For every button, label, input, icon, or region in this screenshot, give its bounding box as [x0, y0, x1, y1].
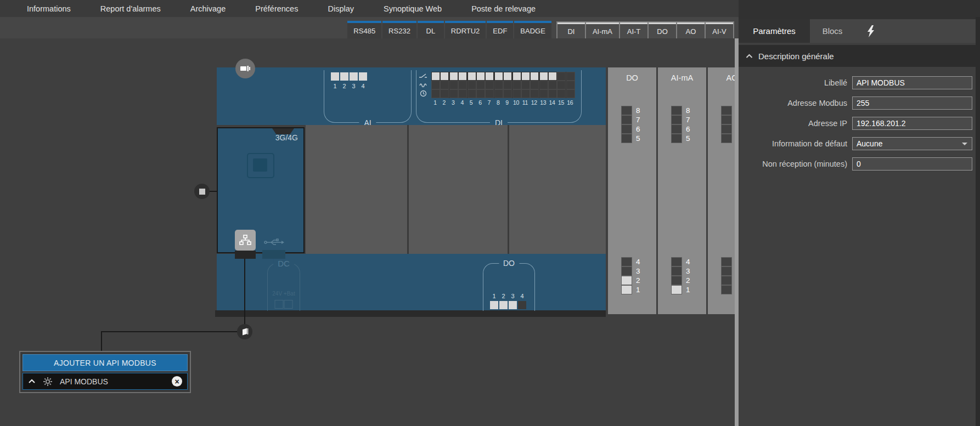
toolbar-button-dl[interactable]: DL — [418, 21, 444, 38]
tab-blocs[interactable]: Blocs — [810, 19, 855, 43]
field-label: Information de défaut — [772, 139, 847, 148]
toolbar-button-ai-v[interactable]: AI-V — [706, 22, 733, 38]
node-square-icon — [199, 189, 205, 195]
field-libelle: Libellé — [739, 76, 972, 89]
chevron-up-icon[interactable] — [746, 54, 753, 59]
connection-node-handle[interactable] — [194, 184, 210, 199]
field-label: Adresse IP — [808, 119, 847, 128]
information-defaut-select[interactable]: Aucune — [852, 137, 972, 150]
usb-port[interactable] — [264, 238, 285, 249]
menu-item-display[interactable]: Display — [313, 4, 369, 13]
libelle-input[interactable] — [852, 76, 972, 89]
device-canvas: 1234 AI 12345678910111213141516 DI — [0, 38, 735, 426]
toolbar-button-rs232[interactable]: RS232 — [382, 21, 416, 38]
ethernet-connector — [235, 251, 256, 259]
section-description-generale[interactable]: Description générale — [739, 45, 980, 67]
menu-item-preferences[interactable]: Préférences — [240, 4, 313, 13]
toolbar-button-rdrtu2[interactable]: RDRTU2 — [445, 21, 486, 38]
menu-item-poste-relevage[interactable]: Poste de relevage — [457, 4, 550, 13]
menu-item-informations[interactable]: Informations — [12, 4, 86, 13]
toolbar-button-do[interactable]: DO — [649, 22, 676, 38]
device-link-icon — [241, 328, 249, 336]
ethernet-icon — [239, 235, 251, 246]
chevron-up-icon[interactable] — [28, 379, 36, 384]
bus-button-group: RS485 RS232 DL RDRTU2 EDF BADGE — [347, 21, 551, 38]
usb-connector — [262, 250, 285, 259]
modbus-connection-node[interactable] — [237, 324, 252, 339]
selected-option: Aucune — [857, 139, 882, 148]
events-tab-button[interactable] — [855, 19, 887, 43]
toolbar-button-edf[interactable]: EDF — [487, 21, 513, 38]
menu-item-report-alarmes[interactable]: Report d'alarmes — [86, 4, 176, 13]
sim-card-icon — [247, 153, 274, 178]
right-scrollbar-track[interactable] — [976, 17, 980, 426]
modem-label: 3G/4G — [275, 133, 298, 142]
field-adresse-ip: Adresse IP — [739, 117, 972, 130]
panel-top-strip — [739, 0, 980, 19]
menu-item-archivage[interactable]: Archivage — [176, 4, 240, 13]
field-label: Adresse Modbus — [787, 99, 847, 107]
field-non-reception: Non réception (minutes) — [739, 157, 972, 171]
toolbar-button-di[interactable]: DI — [557, 22, 585, 38]
parameters-panel: Paramètres Blocs Description générale Li… — [739, 0, 980, 426]
device-tree-panel: AJOUTER UN API MODBUS API MODBUS × — [19, 351, 191, 393]
app-window: Informations Report d'alarmes Archivage … — [0, 0, 980, 426]
gear-icon[interactable] — [43, 377, 53, 387]
rtu-device-badge[interactable] — [235, 59, 255, 78]
add-api-modbus-button[interactable]: AJOUTER UN API MODBUS — [22, 354, 188, 371]
usb-icon — [264, 238, 285, 247]
adresse-ip-input[interactable] — [852, 117, 972, 130]
field-information-defaut: Information de défaut Aucune — [739, 137, 972, 150]
chevron-down-icon — [962, 143, 967, 145]
adresse-modbus-input[interactable] — [852, 96, 972, 110]
ethernet-port[interactable] — [235, 230, 256, 251]
panel-tab-bar: Paramètres Blocs — [739, 19, 980, 43]
section-title: Description générale — [758, 52, 834, 61]
lightning-icon — [867, 25, 875, 37]
toolbar-button-ao[interactable]: AO — [677, 22, 705, 38]
rtu-device-icon — [240, 64, 251, 73]
toolbar-button-ai-t[interactable]: AI-T — [620, 22, 647, 38]
field-label: Libellé — [824, 78, 847, 87]
non-reception-input[interactable] — [852, 157, 972, 171]
toolbar-button-ai-ma[interactable]: AI-mA — [586, 22, 619, 38]
toolbar-button-rs485[interactable]: RS485 — [347, 21, 381, 38]
io-button-group: DI AI-mA AI-T DO AO AI-V — [556, 21, 734, 38]
modem-3g4g-module[interactable]: 3G/4G — [217, 127, 305, 253]
tab-parametres[interactable]: Paramètres — [739, 19, 810, 43]
api-modbus-label: API MODBUS — [60, 377, 108, 386]
close-icon[interactable]: × — [172, 376, 182, 387]
parameter-fields: Libellé Adresse Modbus Adresse IP Inform… — [739, 67, 980, 171]
toolbar-button-badge[interactable]: BADGE — [514, 21, 551, 38]
field-label: Non réception (minutes) — [762, 160, 847, 168]
field-adresse-modbus: Adresse Modbus — [739, 96, 972, 110]
api-modbus-tree-item[interactable]: API MODBUS × — [22, 373, 188, 390]
panel-splitter[interactable] — [735, 38, 739, 426]
menu-item-synoptique-web[interactable]: Synoptique Web — [369, 4, 457, 13]
module-toolbar: RS485 RS232 DL RDRTU2 EDF BADGE DI AI-mA… — [0, 17, 739, 38]
